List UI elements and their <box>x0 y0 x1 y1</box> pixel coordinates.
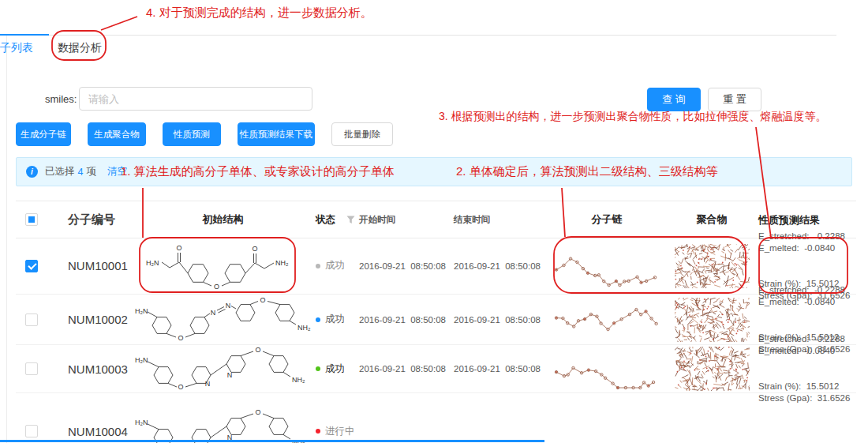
tab-bar-divider <box>0 35 836 36</box>
row-checkbox[interactable] <box>25 362 38 375</box>
select-all-checkbox[interactable] <box>25 213 38 226</box>
svg-text:NH₂: NH₂ <box>297 324 311 332</box>
molecule-id: NUM10003 <box>47 362 130 376</box>
status-filter-icon[interactable] <box>346 216 355 224</box>
svg-text:O: O <box>255 408 260 416</box>
svg-text:O: O <box>178 383 183 391</box>
annotation-note-1: 1. 算法生成的高分子单体、或专家设计的高分子单体 <box>121 164 395 179</box>
selection-count: 4 <box>78 167 84 178</box>
column-header-polymer: 聚合物 <box>665 212 758 227</box>
column-header-molecule-id: 分子编号 <box>47 212 130 227</box>
status-label: 成功 <box>325 259 345 272</box>
molecule-id: NUM10004 <box>47 425 130 438</box>
molecular-chain-image <box>552 242 662 290</box>
svg-text:H₂N: H₂N <box>146 259 159 267</box>
molecule-list-page: 分子列表 数据分析 smiles: 查 询 重 置 生成分子链 生成聚合物 性质… <box>0 0 868 443</box>
smiles-label: smiles: <box>45 93 77 105</box>
molecule-id: NUM10002 <box>47 313 130 326</box>
generate-polymer-button[interactable]: 生成聚合物 <box>88 122 146 146</box>
table-row: NUM10004 H₂NONNONH₂ 进行中 <box>16 393 856 443</box>
start-time: 2016-09-21 08:50:08 <box>359 261 454 271</box>
batch-delete-button[interactable]: 批量删除 <box>331 122 393 146</box>
svg-text:N: N <box>210 309 215 317</box>
svg-text:O: O <box>176 244 181 252</box>
initial-structure-image: H₂NONNONH₂ <box>133 340 313 397</box>
initial-structure-image: H₂NONNONH₂ <box>133 403 313 443</box>
annotation-note-4: 4. 对于预测完成的结构，进一步数据分析。 <box>146 6 372 21</box>
status-label: 进行中 <box>325 425 355 438</box>
svg-text:O: O <box>252 245 257 253</box>
column-header-initial-structure: 初始结构 <box>130 212 316 227</box>
svg-text:O: O <box>255 346 260 354</box>
status-dot <box>316 366 320 371</box>
tab-data-analysis[interactable]: 数据分析 <box>58 41 102 55</box>
tab-molecule-list[interactable]: 分子列表 <box>0 41 33 55</box>
initial-structure-image: H₂NONNONH₂ <box>133 292 313 347</box>
end-time: 2016-09-21 08:50:08 <box>454 261 548 271</box>
end-time: 2016-09-21 08:50:08 <box>454 315 548 325</box>
svg-text:N: N <box>226 371 232 379</box>
action-toolbar: 生成分子链 生成聚合物 性质预测 性质预测结果下载 批量删除 <box>16 122 393 146</box>
status-label: 成功 <box>325 362 345 376</box>
annotation-note-2: 2. 单体确定后，算法预测出二级结构、三级结构等 <box>456 164 718 179</box>
status-label: 成功 <box>325 313 345 326</box>
polymer-image <box>675 347 750 391</box>
status-dot <box>316 429 320 434</box>
table-row: NUM10001 H₂NOOONH₂ 成功 2016-09-21 08:50:0… <box>16 238 856 295</box>
svg-text:NH₂: NH₂ <box>292 376 305 384</box>
row-checkbox[interactable] <box>25 313 38 326</box>
status-dot <box>316 317 320 322</box>
svg-text:H₂N: H₂N <box>135 307 148 315</box>
svg-text:O: O <box>213 283 219 291</box>
svg-text:O: O <box>260 296 265 304</box>
reset-button[interactable]: 重 置 <box>708 88 761 111</box>
status-dot <box>316 264 320 268</box>
selection-suffix: 项 <box>86 165 96 178</box>
content-left-border <box>6 35 7 443</box>
svg-text:NH₂: NH₂ <box>275 259 289 267</box>
table-body: NUM10001 H₂NOOONH₂ 成功 2016-09-21 08:50:0… <box>16 238 856 443</box>
generate-molecular-chain-button[interactable]: 生成分子链 <box>16 122 71 146</box>
initial-structure-image: H₂NOOONH₂ <box>144 241 302 291</box>
row-checkbox[interactable] <box>25 425 38 437</box>
table-row: NUM10003 H₂NONNONH₂ 成功 2016-09-21 08:50:… <box>16 345 856 393</box>
svg-text:N: N <box>204 380 210 388</box>
bottom-progress-bar <box>0 440 544 442</box>
query-button[interactable]: 查 询 <box>647 88 701 111</box>
table-row: NUM10002 H₂NONNONH₂ 成功 2016-09-21 08:50:… <box>16 295 856 345</box>
svg-text:H₂N: H₂N <box>135 356 148 364</box>
column-header-status: 状态 <box>316 213 335 227</box>
row-checkbox[interactable] <box>25 260 38 272</box>
end-time: 2016-09-21 08:50:08 <box>454 364 548 374</box>
column-header-molecular-chain: 分子链 <box>548 212 665 227</box>
start-time: 2016-09-21 08:50:08 <box>359 315 454 325</box>
prediction-results <box>758 396 856 443</box>
molecular-chain-image <box>552 345 662 392</box>
column-header-start-time: 开始时间 <box>359 214 454 226</box>
column-header-end-time: 结束时间 <box>454 214 548 226</box>
svg-text:H₂N: H₂N <box>135 419 148 426</box>
info-icon: i <box>26 166 38 178</box>
table-header: 分子编号 初始结构 状态 开始时间 结束时间 分子链 聚合物 性质预测结果 <box>16 201 856 238</box>
annotation-note-3: 3. 根据预测出的结构，进一步预测出聚合物性质，比如拉伸强度、熔融温度等。 <box>439 110 827 124</box>
property-prediction-button[interactable]: 性质预测 <box>163 122 221 146</box>
polymer-image <box>675 244 750 288</box>
selection-prefix: 已选择 <box>45 165 75 178</box>
molecular-chain-image <box>552 296 662 344</box>
polymer-image <box>675 298 750 342</box>
molecule-id: NUM10001 <box>47 259 130 272</box>
svg-text:N: N <box>225 302 230 310</box>
smiles-input[interactable] <box>79 87 312 111</box>
start-time: 2016-09-21 08:50:08 <box>359 364 454 374</box>
download-prediction-results-button[interactable]: 性质预测结果下载 <box>238 122 315 146</box>
active-tab-ink-bar <box>0 34 49 36</box>
